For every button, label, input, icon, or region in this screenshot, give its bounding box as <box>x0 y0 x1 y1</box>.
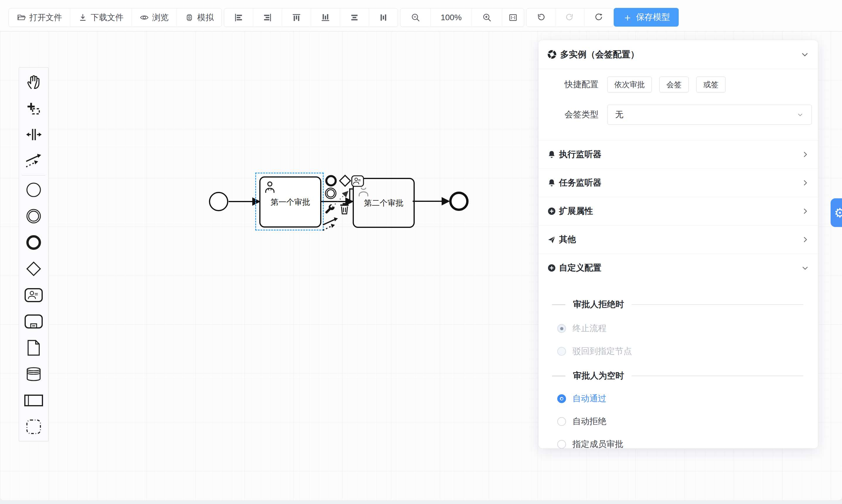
undo-button[interactable] <box>527 8 556 26</box>
zoom-in-icon <box>482 13 492 22</box>
append-text-annotation-icon[interactable] <box>348 188 355 202</box>
redo-icon <box>565 13 575 22</box>
fit-viewport-button[interactable] <box>502 8 524 26</box>
align-right-button[interactable] <box>253 8 282 26</box>
panel-sections: 执行监听器 任务监听器 扩展属性 其他 自定义配置 <box>539 140 818 282</box>
reject-options: 终止流程 驳回到指定节点 <box>539 317 818 363</box>
toolbar-file-group: 打开文件 下载文件 浏览 模拟 <box>8 8 222 27</box>
align-top-button[interactable] <box>282 8 311 26</box>
create-data-store[interactable] <box>19 361 48 387</box>
hand-tool-icon <box>25 74 42 90</box>
global-connect-tool[interactable] <box>19 148 48 174</box>
zoom-level: 100% <box>431 8 472 26</box>
section-custom-config[interactable]: 自定义配置 <box>539 254 818 282</box>
align-center-horizontal-button[interactable] <box>340 8 369 26</box>
zoom-out-button[interactable] <box>400 8 431 26</box>
section-execution-listener[interactable]: 执行监听器 <box>539 140 818 168</box>
align-center-horizontal-icon <box>349 13 359 22</box>
task-label: 第一个审批 <box>271 197 310 208</box>
divider-line <box>632 304 803 305</box>
download-file-button[interactable]: 下载文件 <box>70 8 132 26</box>
create-group[interactable] <box>19 414 48 440</box>
bpmn-io-logo[interactable]: BPMN.iO <box>792 499 841 500</box>
lasso-tool[interactable] <box>19 95 48 121</box>
empty-divider: 审批人为空时 <box>539 372 818 380</box>
task-label: 第二个审批 <box>364 198 404 208</box>
chevron-right-icon <box>801 235 809 244</box>
panel-title: 多实例（会签配置） <box>560 49 639 60</box>
task-first-approval[interactable]: 第一个审批 <box>259 176 321 228</box>
chevron-right-icon <box>801 150 809 159</box>
palette-separator <box>22 175 46 176</box>
create-start-event[interactable] <box>19 177 48 203</box>
append-user-task-icon[interactable] <box>351 175 364 187</box>
radio-icon <box>557 417 566 426</box>
panel-toggle-tab[interactable]: ⚙ <box>830 198 842 227</box>
zoom-in-button[interactable] <box>472 8 502 26</box>
download-file-label: 下载文件 <box>91 12 123 23</box>
chevron-down-icon[interactable] <box>801 50 809 59</box>
create-gateway[interactable] <box>19 256 48 282</box>
create-participant[interactable] <box>19 387 48 414</box>
hand-tool[interactable] <box>19 69 48 95</box>
undo-icon <box>536 13 546 22</box>
align-bottom-button[interactable] <box>311 8 340 26</box>
reset-button[interactable] <box>584 8 613 26</box>
create-user-task[interactable] <box>19 282 48 308</box>
data-object-icon <box>27 339 41 356</box>
create-subprocess[interactable] <box>19 308 48 335</box>
section-label: 任务监听器 <box>559 177 601 189</box>
option-countersign[interactable]: 会签 <box>660 77 689 92</box>
sign-type-select[interactable]: 无 <box>607 105 812 125</box>
save-model-label: 保存模型 <box>636 12 670 23</box>
gateway-icon <box>25 260 42 277</box>
option-sequential-approval[interactable]: 依次审批 <box>607 77 652 92</box>
section-label: 执行监听器 <box>559 149 601 160</box>
append-intermediate-event-icon[interactable] <box>324 187 337 200</box>
append-gateway-icon[interactable] <box>338 174 352 187</box>
section-other[interactable]: 其他 <box>539 225 818 254</box>
radio-auto-pass[interactable]: 自动通过 <box>539 387 818 410</box>
gear-icon: ⚙ <box>834 205 842 220</box>
radio-assign-member[interactable]: 指定成员审批 <box>539 433 818 448</box>
logo-text: BPMN.iO <box>792 499 841 500</box>
append-end-event-icon[interactable] <box>325 175 337 187</box>
radio-icon <box>557 324 566 333</box>
section-extended-properties[interactable]: 扩展属性 <box>539 197 818 225</box>
redo-button[interactable] <box>556 8 584 26</box>
divider-line <box>632 376 803 376</box>
start-event-icon <box>26 182 41 198</box>
create-data-object[interactable] <box>19 335 48 361</box>
end-event[interactable] <box>449 192 469 211</box>
user-task-icon <box>264 180 276 193</box>
save-model-button[interactable]: ＋ 保存模型 <box>614 8 679 26</box>
change-type-icon[interactable] <box>324 203 336 215</box>
chip-icon <box>185 13 194 22</box>
global-connect-tool-icon <box>25 153 42 168</box>
connect-icon[interactable] <box>322 217 339 232</box>
toolbar-zoom-group: 100% <box>400 8 524 27</box>
align-center-vertical-button[interactable] <box>369 8 398 26</box>
simulate-button[interactable]: 模拟 <box>177 8 222 26</box>
radio-auto-reject[interactable]: 自动拒绝 <box>539 410 818 433</box>
properties-panel: 多实例（会签配置） 快捷配置 依次审批 会签 或签 会签类型 无 执行监听器 <box>539 40 818 448</box>
align-left-button[interactable] <box>224 8 253 26</box>
eye-icon <box>140 13 149 22</box>
delete-icon[interactable] <box>339 202 350 215</box>
space-tool[interactable] <box>19 121 48 148</box>
open-file-button[interactable]: 打开文件 <box>9 8 70 26</box>
align-bottom-icon <box>320 13 330 22</box>
create-end-event[interactable] <box>19 229 48 256</box>
create-intermediate-event[interactable] <box>19 203 48 229</box>
preview-button[interactable]: 浏览 <box>132 8 177 26</box>
plus-icon: ＋ <box>622 12 632 22</box>
reject-title: 审批人拒绝时 <box>573 299 624 310</box>
user-task-icon <box>24 288 43 303</box>
panel-header[interactable]: 多实例（会签配置） <box>539 40 818 69</box>
folder-open-icon <box>17 13 26 22</box>
start-event[interactable] <box>209 192 228 211</box>
chevron-down-icon <box>801 264 809 272</box>
option-or-sign[interactable]: 或签 <box>696 77 725 92</box>
section-task-listener[interactable]: 任务监听器 <box>539 168 818 197</box>
align-left-icon <box>233 13 244 22</box>
